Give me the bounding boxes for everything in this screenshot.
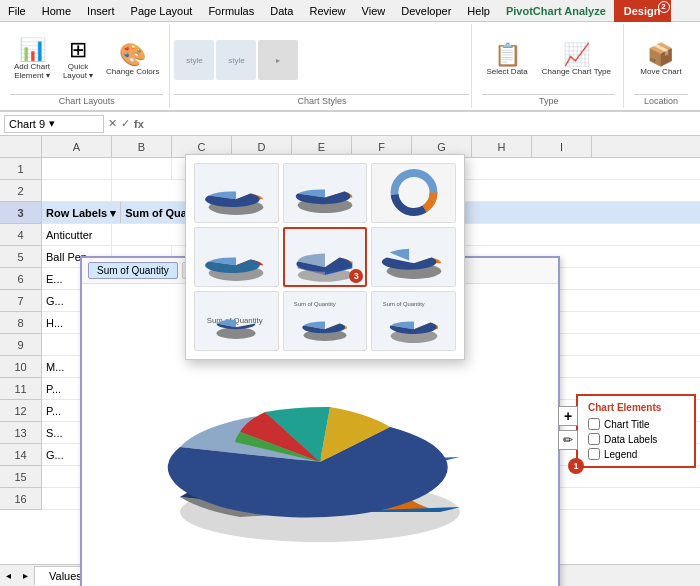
svg-text:Sum of Quantity: Sum of Quantity [294,301,336,307]
row-header-15: 15 [0,466,41,488]
change-chart-type-button[interactable]: 📈 Change Chart Type [538,42,615,78]
menu-design[interactable]: Design 2 [614,0,671,22]
row-header-2: 2 [0,180,41,202]
menu-review[interactable]: Review [301,3,353,19]
menu-developer[interactable]: Developer [393,3,459,19]
type-group: 📋 Select Data 📈 Change Chart Type Type [474,24,624,108]
legend-item[interactable]: Legend [588,448,684,460]
row-header-5: 5 [0,246,41,268]
chart-thumb-1[interactable] [194,163,279,223]
legend-label: Legend [604,449,637,460]
chart-title-checkbox[interactable] [588,418,600,430]
add-chart-element-button[interactable]: 📊 Add ChartElement ▾ [10,37,54,82]
col-header-i: I [532,136,592,157]
chart-format-button[interactable]: ✏ [558,430,578,450]
row-header-6: 6 [0,268,41,290]
menu-formulas[interactable]: Formulas [200,3,262,19]
menu-page-layout[interactable]: Page Layout [123,3,201,19]
row-header-13: 13 [0,422,41,444]
row-header-3: 3 [0,202,41,224]
confirm-icon: ✓ [121,117,130,130]
type-label: Type [482,94,615,106]
menu-view[interactable]: View [354,3,394,19]
menu-help[interactable]: Help [459,3,498,19]
sheet-nav-prev[interactable]: ◂ [0,568,17,583]
sheet-nav-next[interactable]: ▸ [17,568,34,583]
menu-file[interactable]: File [0,3,34,19]
row-header-8: 8 [0,312,41,334]
quick-layout-button[interactable]: ⊞ QuickLayout ▾ [58,37,98,82]
formula-icon: fx [134,118,144,130]
change-colors-button[interactable]: 🎨 Change Colors [102,42,163,78]
move-chart-label: Move Chart [640,67,681,76]
chart-styles-group: style style ▸ Chart Styles [172,24,472,108]
badge-2: 2 [658,1,670,13]
col-header-h: H [472,136,532,157]
row-header-12: 12 [0,400,41,422]
chart-tab-quantity[interactable]: Sum of Quantity [88,262,178,279]
row-header-10: 10 [0,356,41,378]
data-labels-item[interactable]: Data Labels [588,433,684,445]
chart-type-picker: 3 Sum of Quantity [185,154,465,360]
chart-thumb-9[interactable]: Sum of Quantity [371,291,456,351]
row-header-1: 1 [0,158,41,180]
select-data-label: Select Data [486,67,527,76]
legend-checkbox[interactable] [588,448,600,460]
chart-thumb-7[interactable]: Sum of Quantity [194,291,279,351]
row-header-4: 4 [0,224,41,246]
col-header-a: A [42,136,112,157]
location-group: 📦 Move Chart Location [626,24,696,108]
chart-thumb-3[interactable] [371,163,456,223]
menu-insert[interactable]: Insert [79,3,123,19]
chart-layouts-group: 📊 Add ChartElement ▾ ⊞ QuickLayout ▾ 🎨 C… [4,24,170,108]
chart-add-button[interactable]: + [558,406,578,426]
chart-elements-panel: 1 Chart Elements Chart Title Data Labels… [576,394,696,468]
data-labels-label: Data Labels [604,434,657,445]
chart-thumb-8[interactable]: Sum of Quantity [283,291,368,351]
location-label: Location [634,94,688,106]
chart-title-label: Chart Title [604,419,650,430]
menu-pivotchart-analyze[interactable]: PivotChart Analyze [498,3,614,19]
change-colors-label: Change Colors [106,67,159,76]
select-data-button[interactable]: 📋 Select Data [482,42,531,78]
formula-bar-input[interactable] [148,115,696,133]
chart-title-item[interactable]: Chart Title [588,418,684,430]
badge-1: 1 [568,458,584,474]
data-labels-checkbox[interactable] [588,433,600,445]
chart-thumb-4[interactable] [194,227,279,287]
cancel-icon: ✕ [108,117,117,130]
move-chart-button[interactable]: 📦 Move Chart [636,42,685,78]
chart-elements-title: Chart Elements [588,402,684,413]
chart-thumb-5[interactable]: 3 [283,227,368,287]
menu-home[interactable]: Home [34,3,79,19]
row-header-7: 7 [0,290,41,312]
col-header-b: B [112,136,172,157]
change-chart-type-label: Change Chart Type [542,67,611,76]
svg-text:Sum of Quantity: Sum of Quantity [382,301,424,307]
row-header-16: 16 [0,488,41,510]
chart-thumb-6[interactable] [371,227,456,287]
row-header-14: 14 [0,444,41,466]
name-box[interactable]: Chart 9 ▾ [4,115,104,133]
chart-layouts-label: Chart Layouts [10,94,163,106]
chart-thumb-2[interactable] [283,163,368,223]
row-header-11: 11 [0,378,41,400]
row-header-9: 9 [0,334,41,356]
menu-data[interactable]: Data [262,3,301,19]
